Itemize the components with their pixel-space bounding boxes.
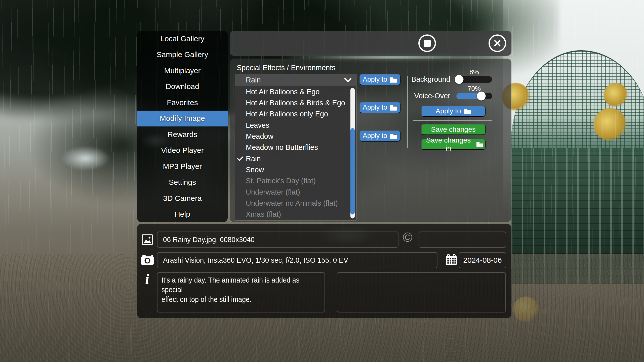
camera-icon <box>141 254 154 265</box>
option-st-patricks-day: St. Patrick's Day (flat) <box>235 175 356 187</box>
window-titlebar <box>230 31 511 56</box>
sidebar-item-3d-camera[interactable]: 3D Camera <box>137 190 228 206</box>
camera-info-text: Arashi Vision, Insta360 EVO, 1/30 sec, f… <box>163 253 348 268</box>
background-pavilion-dome <box>511 50 644 152</box>
background-gold-ornament <box>604 83 628 107</box>
option-meadow-no-butterflies[interactable]: Meadow no Butterflies <box>235 142 356 153</box>
sidebar-item-multiplayer[interactable]: Multiplayer <box>137 63 228 79</box>
description-text: It's a rainy day. The animated rain is a… <box>162 275 320 304</box>
sidebar-item-help[interactable]: Help <box>137 206 228 222</box>
stop-icon <box>424 40 431 47</box>
apply-effect-to-folder-button[interactable]: Apply to <box>359 130 400 142</box>
close-button[interactable] <box>489 34 506 52</box>
voice-over-volume-value: 70% <box>456 85 492 93</box>
option-hot-air-balloons-only-ego[interactable]: Hot Air Balloons only Ego <box>235 109 356 120</box>
effect-option-list: Hot Air Balloons & Ego Hot Air Balloons … <box>235 86 356 220</box>
option-hot-air-balloons-ego[interactable]: Hot Air Balloons & Ego <box>235 86 356 97</box>
sidebar-item-local-gallery[interactable]: Local Gallery <box>137 31 228 47</box>
effect-combobox: Rain Hot Air Balloons & Ego Hot Air Ball… <box>235 74 356 220</box>
scrollbar-thumb[interactable] <box>350 128 355 214</box>
sidebar-item-rewards[interactable]: Rewards <box>137 126 228 143</box>
background-pavilion-body <box>511 148 644 284</box>
folder-icon <box>476 141 484 147</box>
button-label: Apply to <box>363 104 387 111</box>
chevron-down-icon <box>344 78 351 82</box>
option-rain[interactable]: Rain <box>235 153 356 164</box>
sidebar-item-settings[interactable]: Settings <box>137 174 228 191</box>
option-underwater-no-animals: Underwater no Animals (flat) <box>235 198 356 209</box>
check-icon <box>237 156 243 161</box>
sidebar-item-video-player[interactable]: Video Player <box>137 143 228 159</box>
save-changes-in-folder-button[interactable]: Save changes in <box>421 139 486 150</box>
background-volume-value: 8% <box>456 68 492 76</box>
calendar-icon <box>445 254 457 265</box>
apply-effect-to-folder-button[interactable]: Apply to <box>359 102 400 113</box>
folder-icon <box>464 108 471 114</box>
copyright-icon: © <box>403 230 412 245</box>
copyright-field[interactable] <box>419 232 506 248</box>
save-changes-button[interactable]: Save changes <box>421 124 486 135</box>
horizontal-divider <box>413 120 492 121</box>
voice-over-volume-slider[interactable] <box>456 93 492 99</box>
slider-thumb[interactable] <box>477 92 486 101</box>
image-metadata-panel: 06 Rainy Day.jpg, 6080x3040 © Arashi Vis… <box>137 224 511 318</box>
background-volume-label: Background <box>371 75 450 83</box>
option-list-scrollbar[interactable] <box>350 88 355 218</box>
button-label: Apply to <box>363 132 387 140</box>
voice-over-volume-label: Voice-Over <box>371 92 450 100</box>
filename-text: 06 Rainy Day.jpg, 6080x3040 <box>163 232 255 247</box>
button-label: Apply to <box>435 107 461 115</box>
option-underwater: Underwater (flat) <box>235 187 356 198</box>
sidebar-item-favorites[interactable]: Favorites <box>137 95 228 111</box>
option-label: Rain <box>246 155 261 163</box>
close-icon <box>493 39 501 47</box>
background-gold-ornament <box>594 108 626 141</box>
sidebar-item-sample-gallery[interactable]: Sample Gallery <box>137 47 228 63</box>
panel-title: Special Effects / Environments <box>237 64 336 72</box>
notes-field[interactable] <box>337 272 506 312</box>
option-snow[interactable]: Snow <box>235 164 356 175</box>
sidebar-item-download[interactable]: Download <box>137 79 228 95</box>
option-leaves[interactable]: Leaves <box>235 120 356 131</box>
button-label: Save changes <box>431 125 475 133</box>
sidebar-item-mp3-player[interactable]: MP3 Player <box>137 158 228 174</box>
option-xmas: Xmas (flat) <box>235 209 356 220</box>
button-label: Save changes in <box>423 136 474 152</box>
background-volume-slider[interactable] <box>456 76 492 83</box>
effect-select-value: Rain <box>246 76 261 84</box>
special-effects-panel: Special Effects / Environments Rain Hot … <box>230 59 511 222</box>
option-meadow[interactable]: Meadow <box>235 131 356 142</box>
slider-thumb[interactable] <box>455 75 464 84</box>
info-icon: i <box>145 270 149 287</box>
background-gold-ornament <box>513 297 538 322</box>
option-hot-air-balloons-birds-ego[interactable]: Hot Air Balloons & Birds & Ego <box>235 97 356 108</box>
app-screen: Local Gallery Sample Gallery Multiplayer… <box>0 0 644 362</box>
stop-button[interactable] <box>418 34 436 52</box>
folder-icon <box>390 105 397 111</box>
folder-icon <box>390 133 397 139</box>
filename-field[interactable]: 06 Rainy Day.jpg, 6080x3040 <box>157 232 398 248</box>
vertical-divider <box>407 76 408 148</box>
date-field[interactable]: 2024-08-06 <box>459 252 506 268</box>
sidebar-item-modify-image[interactable]: Modify Image <box>137 111 228 127</box>
description-field[interactable]: It's a rainy day. The animated rain is a… <box>157 272 325 312</box>
effect-select[interactable]: Rain <box>235 74 356 86</box>
image-icon <box>142 234 153 245</box>
apply-audio-to-folder-button[interactable]: Apply to <box>421 106 486 117</box>
background-sky-bright <box>503 0 644 211</box>
camera-info-field[interactable]: Arashi Vision, Insta360 EVO, 1/30 sec, f… <box>157 252 437 268</box>
main-menu: Local Gallery Sample Gallery Multiplayer… <box>137 31 228 222</box>
